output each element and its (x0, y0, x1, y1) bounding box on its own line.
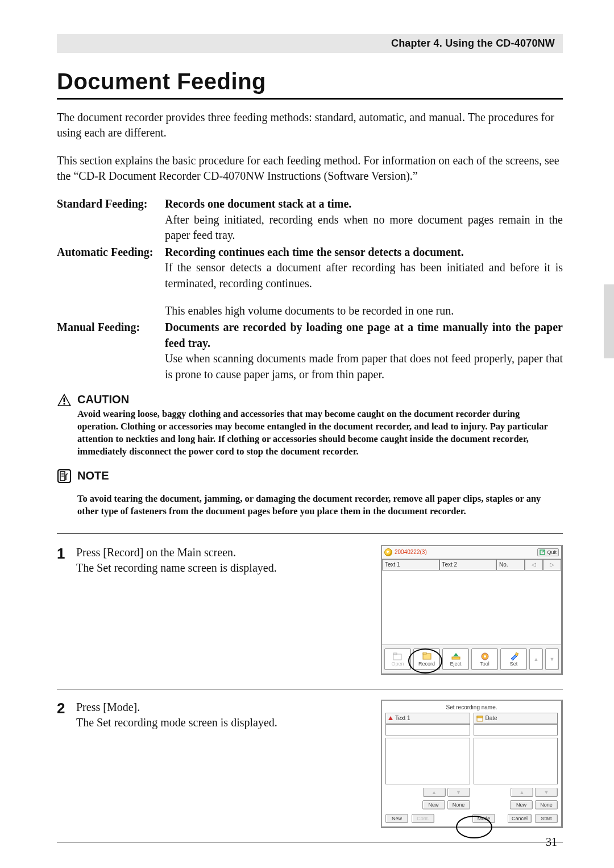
intro-block: The document recorder provides three fee… (57, 110, 563, 184)
tool-label: Tool (480, 661, 489, 667)
col-text2[interactable]: Text 2 (439, 559, 497, 571)
date-nav-up[interactable]: ▲ (511, 788, 533, 797)
set-button[interactable]: Set (500, 648, 527, 670)
warning-icon (57, 393, 72, 407)
step-1-line-2: The Set recording name screen is display… (76, 560, 373, 576)
date-label: Date (486, 715, 497, 721)
caution-text: Avoid wearing loose, baggy clothing and … (77, 408, 557, 458)
fig2-text1-field[interactable] (385, 724, 470, 735)
step-separator (57, 842, 563, 842)
caution-label: CAUTION (77, 393, 129, 406)
manual-feeding-body: Use when scanning documents made from pa… (165, 351, 563, 382)
figure-main-screen: 20040222(3) Quit Text 1 Text 2 No. ◁ ▷ (381, 545, 563, 675)
cont-button[interactable]: Cont. (412, 814, 434, 823)
automatic-feeding-body-1: If the sensor detects a document after r… (165, 260, 563, 291)
note-text: To avoid tearing the document, jamming, … (77, 493, 557, 518)
text1-marker-icon (388, 716, 393, 720)
start-button[interactable]: Start (535, 814, 558, 823)
step-2-number: 2 (57, 700, 76, 828)
page-number: 31 (546, 836, 557, 849)
manual-feeding-label: Manual Feeding: (57, 320, 165, 382)
fig1-list-area (382, 571, 561, 644)
svg-rect-18 (515, 652, 518, 655)
text1-nav-up[interactable]: ▲ (423, 788, 446, 797)
eject-button[interactable]: Eject (442, 648, 469, 670)
text1-label: Text 1 (395, 715, 410, 721)
down-arrow-icon: ▼ (550, 656, 555, 662)
quit-button[interactable]: Quit (537, 548, 559, 556)
date-none-button[interactable]: None (535, 800, 558, 809)
text1-none-button[interactable]: None (447, 800, 470, 809)
fig2-date-list[interactable] (474, 738, 558, 784)
new-button[interactable]: New (385, 814, 408, 823)
step-separator (57, 533, 563, 534)
mode-button[interactable]: Mode (472, 814, 495, 823)
set-label: Set (510, 661, 518, 667)
svg-marker-15 (453, 653, 459, 656)
note-heading: NOTE (57, 469, 563, 483)
nav-down-button[interactable]: ▼ (545, 648, 559, 670)
intro-paragraph-1: The document recorder provides three fee… (57, 110, 563, 140)
eject-icon (451, 652, 461, 661)
quit-icon (540, 549, 545, 555)
chapter-header: Chapter 4. Using the CD-4070NW (57, 34, 563, 53)
cancel-button[interactable]: Cancel (508, 814, 532, 823)
manual-page: Chapter 4. Using the CD-4070NW Document … (0, 0, 614, 868)
record-button[interactable]: Record (413, 648, 440, 670)
step-2-line-2: The Set recording mode screen is display… (76, 715, 373, 730)
open-label: Open (391, 661, 404, 667)
automatic-feeding-label: Automatic Feeding: (57, 245, 165, 319)
section-title: Document Feeding (57, 69, 563, 100)
figure-set-recording-name: Set recording name. Text 1 (381, 700, 563, 828)
automatic-feeding-summary: Recording continues each time the sensor… (165, 246, 464, 258)
caution-heading: CAUTION (57, 393, 563, 407)
step-separator (57, 689, 563, 689)
fig2-title: Set recording name. (385, 704, 558, 710)
note-icon (57, 469, 72, 483)
record-icon (422, 652, 432, 661)
tool-icon (480, 652, 489, 661)
fig1-date: 20040222(3) (395, 549, 427, 555)
step-2: 2 Press [Mode]. The Set recording mode s… (57, 700, 563, 828)
svg-rect-5 (60, 472, 65, 481)
set-icon (509, 652, 518, 661)
date-icon (476, 715, 483, 722)
open-icon (393, 652, 403, 661)
side-tab (604, 284, 614, 358)
open-button[interactable]: Open (384, 648, 411, 670)
text1-nav-down[interactable]: ▼ (447, 788, 470, 797)
disc-icon (384, 548, 392, 556)
note-label: NOTE (77, 469, 109, 482)
eject-label: Eject (450, 661, 461, 667)
svg-rect-14 (452, 657, 460, 659)
fig2-text1-list[interactable] (385, 738, 470, 784)
fig2-text1-header[interactable]: Text 1 (385, 713, 470, 724)
col-text1[interactable]: Text 1 (382, 559, 439, 571)
up-arrow-icon: ▲ (534, 656, 539, 662)
date-new-button[interactable]: New (510, 800, 533, 809)
col-no[interactable]: No. (496, 559, 525, 571)
svg-rect-13 (423, 652, 426, 654)
date-nav-down[interactable]: ▼ (535, 788, 558, 797)
step-1: 1 Press [Record] on the Main screen. The… (57, 545, 563, 675)
nav-up-button[interactable]: ▲ (529, 648, 543, 670)
svg-rect-2 (64, 398, 65, 402)
svg-point-17 (484, 655, 486, 658)
record-label: Record (418, 661, 435, 667)
standard-feeding-summary: Records one document stack at a time. (165, 197, 351, 210)
fig2-date-header[interactable]: Date (474, 713, 558, 724)
quit-label: Quit (547, 549, 557, 555)
step-2-line-1: Press [Mode]. (76, 700, 373, 715)
automatic-feeding-body-2: This enables high volume documents to be… (165, 303, 563, 319)
step-1-number: 1 (57, 545, 76, 675)
intro-paragraph-2: This section explains the basic procedur… (57, 153, 563, 184)
text1-new-button[interactable]: New (422, 800, 445, 809)
nav-next-button[interactable]: ▷ (543, 559, 561, 571)
nav-prev-button[interactable]: ◁ (525, 559, 543, 571)
standard-feeding-body: After being initiated, recording ends wh… (165, 212, 563, 243)
fig2-date-field[interactable] (474, 724, 558, 735)
step-1-line-1: Press [Record] on the Main screen. (76, 545, 373, 560)
standard-feeding-label: Standard Feeding: (57, 196, 165, 243)
manual-feeding-summary: Documents are recorded by loading one pa… (165, 321, 563, 349)
tool-button[interactable]: Tool (471, 648, 498, 670)
